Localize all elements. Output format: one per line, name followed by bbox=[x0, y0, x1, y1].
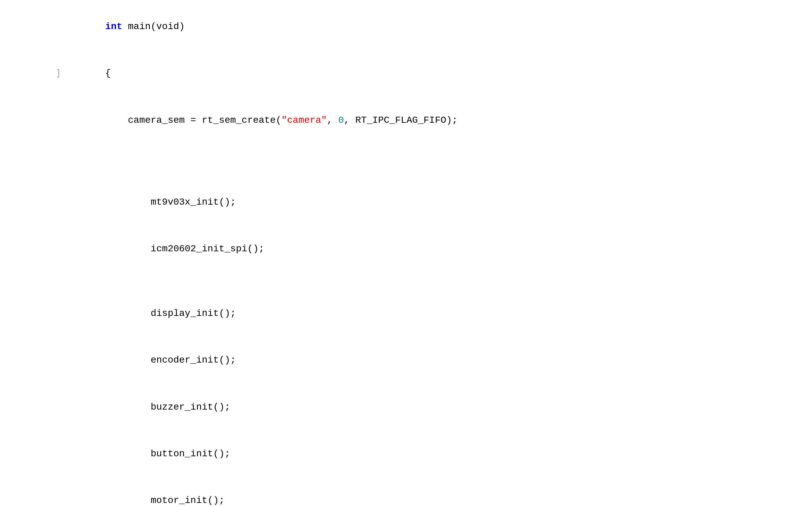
code-text: buzzer_init(); bbox=[105, 402, 230, 412]
code-line-3: camera_sem = rt_sem_create("camera", 0, … bbox=[0, 97, 812, 144]
code-line-6: mt9v03x_init(); bbox=[0, 179, 812, 226]
code-text: encoder_init(); bbox=[105, 355, 236, 365]
line-content-11: buzzer_init(); bbox=[68, 385, 812, 430]
code-text: , RT_IPC_FLAG_FIFO); bbox=[344, 115, 458, 125]
code-line-1: int main(void) bbox=[0, 3, 812, 50]
code-text: icm20602_init_spi(); bbox=[105, 244, 264, 254]
code-text: { bbox=[105, 68, 111, 78]
line-content-7: icm20602_init_spi(); bbox=[68, 227, 812, 272]
line-content-8 bbox=[68, 274, 812, 289]
line-content-4 bbox=[68, 145, 812, 160]
line-content-6: mt9v03x_init(); bbox=[68, 180, 812, 225]
code-line-11: buzzer_init(); bbox=[0, 384, 812, 431]
code-line-7: icm20602_init_spi(); bbox=[0, 226, 812, 273]
line-content-13: motor_init(); bbox=[68, 478, 812, 507]
code-line-5 bbox=[0, 161, 812, 179]
code-line-12: button_init(); bbox=[0, 431, 812, 477]
code-text: , bbox=[327, 115, 338, 125]
line-content-2: { bbox=[68, 51, 812, 96]
line-content-10: encoder_init(); bbox=[68, 338, 812, 383]
keyword-int: int bbox=[105, 21, 122, 32]
code-text: mt9v03x_init(); bbox=[105, 197, 236, 207]
line-content-1: int main(void) bbox=[68, 4, 812, 49]
gutter-2: ] bbox=[0, 67, 68, 81]
code-editor: int main(void) ] { camera_sem = rt_sem_c… bbox=[0, 0, 812, 507]
code-line-10: encoder_init(); bbox=[0, 337, 812, 384]
line-content-5 bbox=[68, 163, 812, 178]
code-line-2: ] { bbox=[0, 50, 812, 97]
code-text: button_init(); bbox=[105, 448, 230, 459]
code-line-8 bbox=[0, 273, 812, 290]
code-line-4 bbox=[0, 144, 812, 161]
code-line-9: display_init(); bbox=[0, 290, 812, 337]
code-text: motor_init(); bbox=[105, 495, 225, 506]
line-content-3: camera_sem = rt_sem_create("camera", 0, … bbox=[68, 98, 812, 143]
line-content-9: display_init(); bbox=[68, 291, 812, 336]
code-text: camera_sem = rt_sem_create( bbox=[105, 115, 281, 125]
number-literal: 0 bbox=[338, 115, 344, 125]
line-content-12: button_init(); bbox=[68, 431, 812, 477]
code-text: main(void) bbox=[122, 21, 185, 32]
string-literal: "camera" bbox=[281, 115, 327, 125]
code-line-13: motor_init(); bbox=[0, 478, 812, 507]
code-text: display_init(); bbox=[105, 308, 236, 319]
